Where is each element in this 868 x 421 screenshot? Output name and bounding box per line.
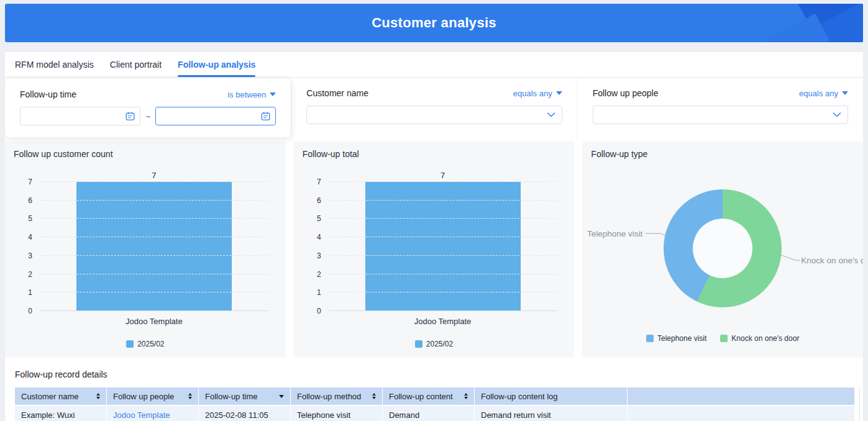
chart-legend: 2025/02: [303, 340, 566, 348]
table-cell: 2025-02-08 11:05: [199, 406, 291, 421]
y-axis-tick: 4: [28, 233, 32, 242]
column-header-label: Follow up people: [113, 392, 174, 401]
sort-icon[interactable]: [91, 393, 100, 399]
y-axis-tick: 1: [317, 288, 321, 297]
pie-slice-label: Knock on one's door: [801, 256, 863, 265]
bar-plot-area: 7: [329, 182, 557, 311]
calendar-icon[interactable]: [126, 112, 135, 121]
legend-item[interactable]: Telephone visit: [646, 334, 706, 343]
column-header-label: Follow-up time: [205, 392, 258, 401]
x-axis-label: Jodoo Template: [329, 317, 557, 326]
table-cell: [628, 406, 855, 421]
gridline: [40, 218, 268, 219]
column-header-empty: [628, 387, 855, 406]
filter-operator-label: equals any: [513, 89, 552, 98]
followup-record-table: Customer nameFollow up peopleFollow-up t…: [15, 387, 855, 421]
page: Customer analysis RFM model analysisClie…: [0, 0, 868, 421]
chart-panel-followup-customer-count: Follow up customer count 01234567 7 Jodo…: [5, 142, 286, 358]
filter-label: Customer name: [306, 88, 368, 98]
y-axis: 01234567: [303, 182, 329, 311]
legend-swatch-icon: [646, 335, 654, 342]
y-axis-tick: 7: [317, 178, 321, 186]
record-link[interactable]: Jodoo Template: [113, 410, 170, 420]
content-card: RFM model analysisClient portraitFollow-…: [5, 52, 863, 421]
table-cell: Demand: [383, 406, 475, 421]
chevron-down-icon: [833, 112, 841, 118]
tab-follow-up-analysis[interactable]: Follow-up analysis: [178, 52, 255, 77]
filter-label: Follow up people: [593, 88, 659, 98]
legend-swatch-icon: [126, 340, 134, 348]
legend-item[interactable]: 2025/02: [415, 340, 453, 348]
date-start-input[interactable]: [20, 107, 140, 125]
y-axis: 01234567: [14, 182, 40, 311]
y-axis-tick: 0: [28, 307, 32, 315]
gridline: [40, 274, 268, 274]
page-header-banner: Customer analysis: [5, 4, 863, 42]
sort-icon[interactable]: [459, 393, 468, 399]
chevron-down-icon: [547, 112, 555, 118]
sort-icon[interactable]: [367, 393, 376, 399]
sort-descending-icon[interactable]: [274, 395, 284, 398]
date-end-input[interactable]: [155, 107, 276, 125]
y-axis-tick: 0: [317, 307, 321, 315]
y-axis-tick: 3: [317, 251, 321, 260]
gridline: [329, 274, 557, 274]
cell-text: Example: Wuxi: [21, 410, 75, 420]
column-header-label: Follow-up content log: [481, 392, 558, 401]
y-axis-tick: 4: [317, 233, 321, 242]
filter-operator-label: is between: [227, 90, 266, 99]
filter-followup-people: Follow up people equals any: [577, 78, 863, 140]
legend-item[interactable]: 2025/02: [126, 340, 164, 348]
y-axis-tick: 6: [28, 196, 32, 205]
gridline: [329, 255, 557, 256]
table-cell: Telephone visit: [291, 406, 383, 421]
gridline: [40, 237, 268, 237]
filter-operator-dropdown[interactable]: equals any: [799, 89, 848, 98]
y-axis-tick: 5: [28, 214, 32, 223]
table-scrollbar[interactable]: [855, 387, 863, 421]
donut-chart: [664, 189, 782, 307]
filter-operator-label: equals any: [799, 89, 838, 98]
calendar-icon[interactable]: [261, 112, 270, 121]
bar-value-label: 7: [441, 171, 445, 180]
filter-operator-dropdown[interactable]: is between: [227, 90, 276, 99]
y-axis-tick: 2: [28, 270, 32, 279]
charts-row: Follow up customer count 01234567 7 Jodo…: [5, 142, 863, 358]
legend-label: 2025/02: [137, 340, 164, 348]
followup-people-select[interactable]: [593, 106, 848, 124]
chevron-down-icon: [270, 93, 276, 96]
chart-title: Follow up customer count: [14, 149, 277, 159]
gridline: [329, 237, 557, 237]
table-section: Follow-up record details Customer nameFo…: [5, 358, 863, 421]
column-header-label: Customer name: [21, 392, 78, 401]
range-separator: ~: [145, 112, 150, 121]
legend-label: Telephone visit: [657, 334, 706, 343]
table-cell: Example: Wuxi: [15, 406, 107, 421]
gridline: [40, 292, 268, 292]
column-header-follow-up-time[interactable]: Follow-up time: [199, 387, 291, 406]
legend-item[interactable]: Knock on one's door: [720, 334, 799, 343]
table-cell: Demand return visit: [475, 406, 628, 421]
y-axis-tick: 7: [28, 178, 32, 186]
column-header-follow-up-method[interactable]: Follow-up method: [291, 387, 383, 406]
table-title: Follow-up record details: [15, 369, 853, 379]
tab-client-portrait[interactable]: Client portrait: [110, 52, 162, 77]
column-header-follow-up-content[interactable]: Follow-up content: [383, 387, 475, 406]
gridline: [329, 181, 557, 182]
filter-row: Follow-up time is between ~: [5, 78, 863, 140]
tab-rfm-model-analysis[interactable]: RFM model analysis: [15, 52, 94, 77]
bar-plot-area: 7: [40, 182, 268, 311]
chevron-down-icon: [556, 91, 562, 95]
sort-icon[interactable]: [183, 393, 192, 399]
chart-panel-followup-type: Follow-up type Telephone visit Knock on …: [582, 142, 863, 358]
table-cell: Jodoo Template: [107, 406, 199, 421]
filter-operator-dropdown[interactable]: equals any: [513, 89, 562, 98]
column-header-customer-name[interactable]: Customer name: [15, 387, 107, 406]
column-header-follow-up-people[interactable]: Follow up people: [107, 387, 199, 406]
gridline: [40, 181, 268, 182]
tab-bar: RFM model analysisClient portraitFollow-…: [5, 52, 863, 78]
customer-name-select[interactable]: [306, 106, 562, 124]
bar-value-label: 7: [152, 171, 156, 180]
table-header-row: Customer nameFollow up peopleFollow-up t…: [15, 387, 855, 406]
chart-panel-followup-total: Follow-up total 01234567 7 Jodoo Templat…: [294, 142, 575, 358]
